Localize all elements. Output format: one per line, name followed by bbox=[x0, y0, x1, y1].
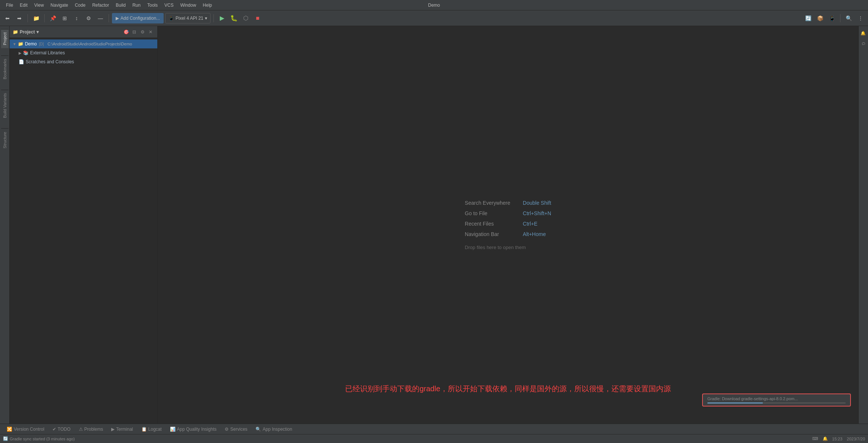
project-collapse-btn[interactable]: ⊟ bbox=[131, 28, 138, 36]
right-tab-notifications[interactable]: 🔔 bbox=[859, 28, 867, 38]
menu-item-vcs[interactable]: VCS bbox=[161, 1, 177, 9]
editor-hints: Search Everywhere Double Shift Go to Fil… bbox=[465, 200, 551, 250]
toolbar-sync-btn[interactable]: 🔄 bbox=[803, 13, 813, 23]
sync-text: Gradle sync started (3 minutes ago) bbox=[10, 437, 75, 441]
toolbar-more-btn[interactable]: ⋮ bbox=[855, 13, 866, 23]
menubar: File Edit View Navigate Code Refactor Bu… bbox=[0, 0, 868, 10]
toolbar-sort-btn[interactable]: ↕ bbox=[71, 13, 82, 23]
device-name: Pixel 4 API 21 bbox=[176, 16, 203, 21]
app-title: Demo bbox=[428, 3, 440, 8]
main-content: Project Bookmarks Build Variants Structu… bbox=[0, 26, 868, 424]
run-button[interactable]: ▶ bbox=[217, 13, 227, 23]
hint-nav-shortcut: Alt+Home bbox=[523, 231, 546, 237]
tab-version-control[interactable]: 🔀 Version Control bbox=[3, 425, 48, 434]
file-tree: ▼ 📁 Demo [D] C:\AndroidStudio\AndroidStu… bbox=[10, 38, 157, 424]
services-icon: ⚙ bbox=[225, 427, 229, 432]
hint-search-shortcut: Double Shift bbox=[523, 200, 551, 206]
toolbar-sdk-btn[interactable]: 📦 bbox=[815, 13, 825, 23]
toolbar-project-btn[interactable]: 📁 bbox=[31, 13, 41, 23]
vc-icon: 🔀 bbox=[7, 427, 12, 432]
menu-item-window[interactable]: Window bbox=[177, 1, 199, 9]
gradle-progress-fill bbox=[707, 402, 763, 404]
status-sync[interactable]: 🔄 Gradle sync started (3 minutes ago) bbox=[3, 436, 75, 441]
toolbar-minimize-btn[interactable]: — bbox=[95, 13, 106, 23]
menu-item-file[interactable]: File bbox=[3, 1, 16, 9]
toolbar: ⬅ ➡ 📁 📌 ⊞ ↕ ⚙ — ▶ Add Configuration... 📱… bbox=[0, 10, 868, 26]
menu-item-refactor[interactable]: Refactor bbox=[89, 1, 112, 9]
tab-app-quality[interactable]: 📊 App Quality Insights bbox=[166, 425, 221, 434]
bottom-tabs-bar: 🔀 Version Control ✔ TODO ⚠ Problems ▶ Te… bbox=[0, 424, 868, 434]
status-keyboard[interactable]: ⌨ bbox=[812, 436, 818, 441]
tree-item-demo[interactable]: ▼ 📁 Demo [D] C:\AndroidStudio\AndroidStu… bbox=[10, 39, 157, 48]
app-quality-label: App Quality Insights bbox=[177, 427, 217, 432]
menu-item-help[interactable]: Help bbox=[200, 1, 215, 9]
vc-label: Version Control bbox=[14, 427, 44, 432]
project-scroll-from-source-btn[interactable]: 🎯 bbox=[122, 28, 130, 36]
menu-item-tools[interactable]: Tools bbox=[144, 1, 161, 9]
toolbar-avd-btn[interactable]: 📱 bbox=[827, 13, 837, 23]
ext-lib-label: External Libraries bbox=[30, 50, 65, 55]
stop-button[interactable]: ■ bbox=[253, 13, 263, 23]
menu-item-navigate[interactable]: Navigate bbox=[48, 1, 71, 9]
project-gear-btn[interactable]: ⚙ bbox=[139, 28, 146, 36]
todo-label: TODO bbox=[58, 427, 70, 432]
demo-path: C:\AndroidStudio\AndroidStudioProjects\D… bbox=[48, 42, 132, 46]
project-panel: 📁 Project ▾ 🎯 ⊟ ⚙ ✕ ▼ 📁 Demo [D] C:\Andr… bbox=[10, 26, 158, 424]
editor-area[interactable]: Search Everywhere Double Shift Go to Fil… bbox=[158, 26, 858, 424]
sidebar-item-project[interactable]: Project bbox=[1, 29, 9, 48]
tab-services[interactable]: ⚙ Services bbox=[221, 425, 251, 434]
demo-collapse-icon: ▼ bbox=[13, 42, 16, 46]
menu-item-run[interactable]: Run bbox=[129, 1, 144, 9]
todo-icon: ✔ bbox=[52, 427, 56, 432]
device-selector[interactable]: 📱 Pixel 4 API 21 ▾ bbox=[165, 13, 210, 23]
tab-app-inspection[interactable]: 🔍 App Inspection bbox=[252, 425, 296, 434]
scratch-icon: 📄 bbox=[19, 59, 24, 64]
demo-module-badge: [D] bbox=[39, 42, 44, 46]
terminal-icon: ▶ bbox=[111, 427, 115, 432]
add-configuration-button[interactable]: ▶ Add Configuration... bbox=[112, 13, 164, 23]
left-sidebar: Project Bookmarks Build Variants Structu… bbox=[0, 26, 10, 424]
sidebar-item-build-variants[interactable]: Build Variants bbox=[1, 90, 9, 121]
statusbar: 🔄 Gradle sync started (3 minutes ago) ⌨ … bbox=[0, 434, 868, 443]
toolbar-sep-1 bbox=[28, 14, 28, 22]
tab-todo[interactable]: ✔ TODO bbox=[49, 425, 74, 434]
project-dropdown-icon[interactable]: ▾ bbox=[36, 29, 39, 35]
gradle-progress-overlay: Gradle: Download gradle-settings-api-8.0… bbox=[702, 393, 851, 407]
menu-item-view[interactable]: View bbox=[31, 1, 47, 9]
status-notifications[interactable]: 🔔 bbox=[823, 436, 828, 441]
demo-label: Demo bbox=[25, 41, 37, 47]
tab-terminal[interactable]: ▶ Terminal bbox=[107, 425, 136, 434]
chevron-down-icon: ▾ bbox=[205, 16, 207, 21]
right-tab-gradle[interactable]: G bbox=[860, 39, 867, 48]
menu-item-build[interactable]: Build bbox=[113, 1, 129, 9]
project-close-btn[interactable]: ✕ bbox=[147, 28, 154, 36]
problems-label: Problems bbox=[84, 427, 103, 432]
tree-item-scratches[interactable]: 📄 Scratches and Consoles bbox=[10, 57, 157, 66]
logcat-label: Logcat bbox=[148, 427, 162, 432]
tab-logcat[interactable]: 📋 Logcat bbox=[138, 425, 165, 434]
project-title-text: Project bbox=[20, 29, 35, 35]
menu-item-code[interactable]: Code bbox=[72, 1, 89, 9]
toolbar-search-btn[interactable]: 🔍 bbox=[843, 13, 854, 23]
logcat-icon: 📋 bbox=[141, 427, 147, 432]
sidebar-item-bookmarks[interactable]: Bookmarks bbox=[1, 55, 9, 82]
hint-goto-file: Go to File Ctrl+Shift+N bbox=[465, 210, 551, 216]
project-panel-header: 📁 Project ▾ 🎯 ⊟ ⚙ ✕ bbox=[10, 26, 157, 38]
app-inspection-label: App Inspection bbox=[263, 427, 292, 432]
debug-button[interactable]: 🐛 bbox=[229, 13, 239, 23]
menu-item-edit[interactable]: Edit bbox=[17, 1, 30, 9]
toolbar-back-btn[interactable]: ⬅ bbox=[2, 13, 13, 23]
scratches-label: Scratches and Consoles bbox=[26, 59, 74, 64]
toolbar-forward-btn[interactable]: ➡ bbox=[14, 13, 25, 23]
tab-problems[interactable]: ⚠ Problems bbox=[75, 425, 107, 434]
toolbar-pin-btn[interactable]: 📌 bbox=[48, 13, 58, 23]
hint-nav-label: Navigation Bar bbox=[465, 231, 517, 237]
toolbar-align-btn[interactable]: ⊞ bbox=[60, 13, 70, 23]
profile-button[interactable]: ⬡ bbox=[241, 13, 251, 23]
add-config-label: Add Configuration... bbox=[120, 16, 160, 21]
tree-item-external-libraries[interactable]: ▶ 📚 External Libraries bbox=[10, 48, 157, 57]
toolbar-settings-btn[interactable]: ⚙ bbox=[83, 13, 94, 23]
sidebar-item-structure[interactable]: Structure bbox=[1, 128, 9, 152]
drop-files-row: Drop files here to open them bbox=[465, 245, 526, 250]
hint-navigation-bar: Navigation Bar Alt+Home bbox=[465, 231, 546, 237]
